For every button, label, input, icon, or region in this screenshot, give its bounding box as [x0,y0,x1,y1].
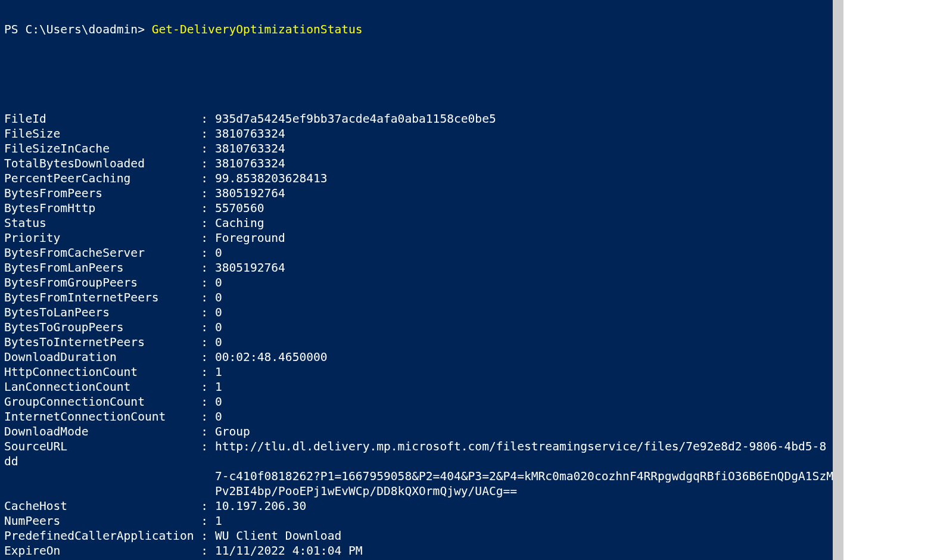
field-separator: : [201,112,215,126]
field-separator: : [201,380,215,394]
output-row: BytesFromCacheServer : 0 [4,245,833,260]
output-row: ExpireOn : 11/11/2022 4:01:04 PM [4,543,833,558]
field-value: 3805192764 [215,261,285,275]
field-key: InternetConnectionCount [4,410,201,424]
field-key: HttpConnectionCount [4,365,201,379]
field-key: PredefinedCallerApplication [4,529,201,543]
output-row: BytesToGroupPeers : 0 [4,320,833,335]
field-value: Caching [215,216,264,230]
output-row: PredefinedCallerApplication : WU Client … [4,528,833,543]
field-key: LanConnectionCount [4,380,201,394]
field-value: 0 [215,410,222,424]
output-row: BytesFromPeers : 3805192764 [4,186,833,201]
field-key: BytesToLanPeers [4,306,201,319]
field-key: BytesFromPeers [4,186,201,200]
field-separator: : [201,157,215,170]
output-row: NumPeers : 1 [4,514,833,528]
field-separator: : [201,246,215,260]
field-value: 1 [215,514,222,528]
prompt-path: C:\Users\doadmin [25,23,138,36]
field-value: 0 [215,291,222,304]
field-value: 0 [215,306,222,319]
field-key: FileSizeInCache [4,142,201,155]
output-row: CacheHost : 10.197.206.30 [4,499,833,514]
field-key: ExpireOn [4,544,201,558]
output-row: FileId : 935d7a54245ef9bb37acde4afa0aba1… [4,111,833,126]
field-key: FileSize [4,127,201,141]
field-value: 3805192764 [215,186,285,200]
output-row: SourceURL : http://tlu.dl.delivery.mp.mi… [4,439,833,469]
field-key: BytesFromCacheServer [4,246,201,260]
field-key: Priority [4,231,201,245]
field-value: 99.8538203628413 [215,172,328,185]
field-value: 3810763324 [215,157,285,170]
output-row: DownloadMode : Group [4,424,833,439]
field-key: BytesToGroupPeers [4,321,201,334]
field-value: 1 [215,365,222,379]
blank-line [4,82,833,97]
field-separator: : [201,425,215,438]
field-value-continuation: 7-c410f0818262?P1=1667959058&P2=404&P3=2… [4,469,833,484]
output-row: BytesFromInternetPeers : 0 [4,290,833,305]
field-separator: : [201,276,215,290]
blank-line [4,52,833,67]
output-row: PercentPeerCaching : 99.8538203628413 [4,171,833,186]
output-fields: FileId : 935d7a54245ef9bb37acde4afa0aba1… [4,111,833,560]
powershell-terminal[interactable]: PS C:\Users\doadmin> Get-DeliveryOptimiz… [0,0,833,560]
field-value: 935d7a54245ef9bb37acde4afa0aba1158ce0be5 [215,112,496,126]
field-separator: : [201,514,215,528]
output-row: HttpConnectionCount : 1 [4,365,833,379]
field-separator: : [201,499,215,513]
output-row: BytesToInternetPeers : 0 [4,335,833,350]
field-key: BytesFromLanPeers [4,261,201,275]
prompt-gt: > [138,23,152,36]
field-separator: : [201,201,215,215]
field-key: BytesFromGroupPeers [4,276,201,290]
field-separator: : [201,544,215,558]
field-separator: : [201,395,215,409]
field-separator: : [201,261,215,275]
field-key: FileId [4,112,201,126]
output-row: BytesFromLanPeers : 3805192764 [4,260,833,275]
output-row: DownloadDuration : 00:02:48.4650000 [4,350,833,365]
field-value: 0 [215,276,222,290]
output-row: FileSizeInCache : 3810763324 [4,141,833,156]
field-separator: : [201,142,215,155]
field-key: PercentPeerCaching [4,172,201,185]
field-separator: : [201,440,215,453]
output-row: BytesFromGroupPeers : 0 [4,275,833,290]
field-key: BytesFromInternetPeers [4,291,201,304]
field-value: 10.197.206.30 [215,499,306,513]
field-key: BytesToInternetPeers [4,335,201,349]
field-key: BytesFromHttp [4,201,201,215]
field-separator: : [201,365,215,379]
command-text: Get-DeliveryOptimizationStatus [152,23,363,36]
field-key: NumPeers [4,514,201,528]
field-value-continuation: Pv2BI4bp/PooEPj1wEvWCp/DD8kQXOrmQjwy/UAC… [4,484,833,499]
field-separator: : [201,216,215,230]
field-separator: : [201,186,215,200]
field-separator: : [201,321,215,334]
output-row: GroupConnectionCount : 0 [4,394,833,409]
field-key: GroupConnectionCount [4,395,201,409]
prompt-line: PS C:\Users\doadmin> Get-DeliveryOptimiz… [4,22,833,37]
field-value: Group [215,425,250,438]
field-separator: : [201,127,215,141]
field-separator: : [201,172,215,185]
field-key: DownloadDuration [4,350,201,364]
field-separator: : [201,306,215,319]
field-value: WU Client Download [215,529,341,543]
field-separator: : [201,529,215,543]
output-row: TotalBytesDownloaded : 3810763324 [4,156,833,171]
output-row: Priority : Foreground [4,231,833,245]
field-value: 5570560 [215,201,264,215]
scrollbar-thumb[interactable] [833,0,843,560]
field-key: TotalBytesDownloaded [4,157,201,170]
field-separator: : [201,350,215,364]
field-value: 0 [215,395,222,409]
field-value: 00:02:48.4650000 [215,350,328,364]
output-row: InternetConnectionCount : 0 [4,409,833,424]
output-row: BytesToLanPeers : 0 [4,305,833,320]
field-separator: : [201,231,215,245]
field-key: CacheHost [4,499,201,513]
